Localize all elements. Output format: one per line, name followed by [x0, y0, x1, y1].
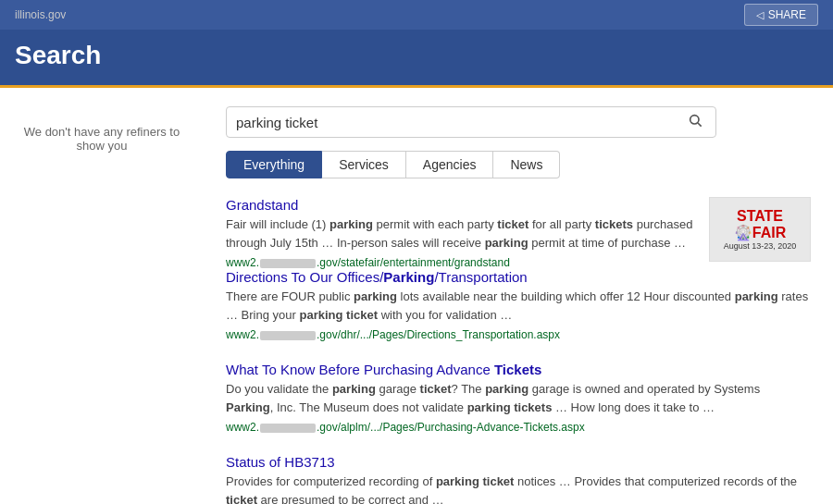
- result-url-advance-tickets: www2..gov/alplm/.../Pages/Purchasing-Adv…: [226, 421, 585, 434]
- content-area: We don't have any refiners to show you E…: [0, 88, 833, 504]
- page-title: Search: [15, 41, 818, 70]
- result-url-grandstand: www2..gov/statefair/entertainment/grands…: [226, 256, 510, 269]
- result-url-directions: www2..gov/dhr/.../Pages/Directions_Trans…: [226, 328, 560, 341]
- header-top-bar: illinois.gov SHARE: [0, 0, 833, 30]
- result-title-grandstand[interactable]: Grandstand: [226, 197, 298, 213]
- svg-point-0: [690, 116, 699, 124]
- fair-dates: August 13-23, 2020: [724, 241, 797, 251]
- site-url: illinois.gov: [15, 8, 66, 21]
- sidebar-message: We don't have any refiners to show you: [24, 125, 180, 153]
- search-bar: [226, 106, 716, 138]
- result-title-directions[interactable]: Directions To Our Offices/Parking/Transp…: [226, 269, 528, 285]
- fair-logo: STATE🎡FAIR: [734, 208, 786, 240]
- search-input[interactable]: [236, 115, 684, 130]
- share-button[interactable]: SHARE: [744, 4, 818, 26]
- result-item-grandstand: Grandstand Fair will include (1) parking…: [226, 197, 811, 269]
- tab-everything[interactable]: Everything: [226, 151, 322, 178]
- svg-line-1: [698, 123, 702, 127]
- result-item-advance-tickets: What To Know Before Purchasing Advance T…: [226, 362, 811, 434]
- tab-services[interactable]: Services: [322, 151, 406, 178]
- result-image-grandstand: STATE🎡FAIR August 13-23, 2020: [709, 197, 811, 262]
- main-content: Everything Services Agencies News Grands…: [204, 88, 833, 504]
- search-icon: [688, 113, 702, 128]
- result-snippet-advance-tickets: Do you validate the parking garage ticke…: [226, 380, 811, 416]
- result-snippet-grandstand: Fair will include (1) parking permit wit…: [226, 215, 696, 252]
- result-item-hb3713: Status of HB3713 Provides for computeriz…: [226, 454, 811, 504]
- filter-tabs: Everything Services Agencies News: [226, 151, 811, 178]
- sidebar: We don't have any refiners to show you: [0, 88, 204, 504]
- header-main: Search: [0, 30, 833, 85]
- result-item-directions: Directions To Our Offices/Parking/Transp…: [226, 269, 811, 341]
- result-snippet-hb3713: Provides for computerized recording of p…: [226, 473, 811, 504]
- result-text-grandstand: Grandstand Fair will include (1) parking…: [226, 197, 696, 269]
- share-label: SHARE: [768, 8, 806, 21]
- result-snippet-directions: There are FOUR public parking lots avail…: [226, 288, 811, 324]
- result-title-advance-tickets[interactable]: What To Know Before Purchasing Advance T…: [226, 362, 541, 377]
- tab-news[interactable]: News: [493, 151, 560, 178]
- share-icon: [756, 8, 764, 21]
- search-button[interactable]: [684, 113, 706, 131]
- tab-agencies[interactable]: Agencies: [406, 151, 494, 178]
- result-title-hb3713[interactable]: Status of HB3713: [226, 454, 335, 470]
